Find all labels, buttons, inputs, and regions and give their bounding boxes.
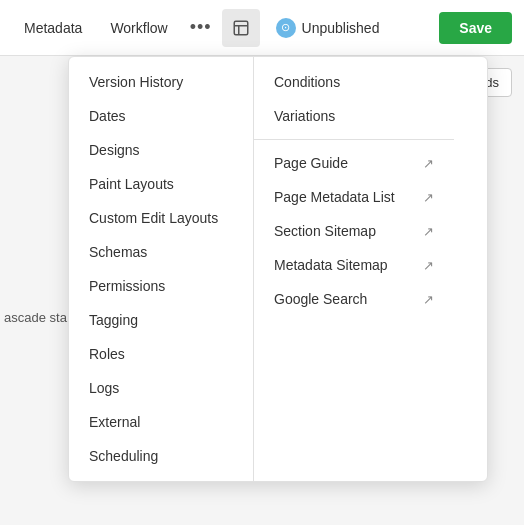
layout-icon xyxy=(232,19,250,37)
menu-item-label: Custom Edit Layouts xyxy=(89,210,218,226)
top-navigation: Metadata Workflow ••• ⊙ Unpublished Save xyxy=(0,0,524,56)
menu-item-scheduling[interactable]: Scheduling xyxy=(69,439,253,473)
menu-item-label: Tagging xyxy=(89,312,138,328)
menu-item-google-search[interactable]: Google Search↗ xyxy=(254,282,454,316)
menu-item-label: Page Guide xyxy=(274,155,348,171)
unpublished-label: Unpublished xyxy=(302,20,380,36)
dropdown-right-column: ConditionsVariationsPage Guide↗Page Meta… xyxy=(254,57,454,481)
external-link-icon: ↗ xyxy=(423,292,434,307)
nav-metadata[interactable]: Metadata xyxy=(12,12,94,44)
menu-item-roles[interactable]: Roles xyxy=(69,337,253,371)
status-icon: ⊙ xyxy=(276,18,296,38)
menu-item-label: Variations xyxy=(274,108,335,124)
external-link-icon: ↗ xyxy=(423,258,434,273)
unpublished-button[interactable]: ⊙ Unpublished xyxy=(264,12,392,44)
menu-item-logs[interactable]: Logs xyxy=(69,371,253,405)
menu-item-custom-edit-layouts[interactable]: Custom Edit Layouts xyxy=(69,201,253,235)
menu-item-label: Conditions xyxy=(274,74,340,90)
menu-item-variations[interactable]: Variations xyxy=(254,99,454,133)
external-link-icon: ↗ xyxy=(423,224,434,239)
menu-item-label: Paint Layouts xyxy=(89,176,174,192)
menu-item-label: Logs xyxy=(89,380,119,396)
menu-item-permissions[interactable]: Permissions xyxy=(69,269,253,303)
menu-item-schemas[interactable]: Schemas xyxy=(69,235,253,269)
menu-item-label: Section Sitemap xyxy=(274,223,376,239)
menu-item-metadata-sitemap[interactable]: Metadata Sitemap↗ xyxy=(254,248,454,282)
nav-workflow[interactable]: Workflow xyxy=(98,12,179,44)
menu-item-label: Schemas xyxy=(89,244,147,260)
menu-item-page-metadata-list[interactable]: Page Metadata List↗ xyxy=(254,180,454,214)
menu-item-designs[interactable]: Designs xyxy=(69,133,253,167)
menu-item-label: Version History xyxy=(89,74,183,90)
menu-item-label: External xyxy=(89,414,140,430)
menu-item-paint-layouts[interactable]: Paint Layouts xyxy=(69,167,253,201)
external-link-icon: ↗ xyxy=(423,156,434,171)
dropdown-menu: Version HistoryDatesDesignsPaint Layouts… xyxy=(68,56,488,482)
save-button[interactable]: Save xyxy=(439,12,512,44)
nav-icon-button[interactable] xyxy=(222,9,260,47)
menu-item-label: Google Search xyxy=(274,291,367,307)
dropdown-left-column: Version HistoryDatesDesignsPaint Layouts… xyxy=(69,57,254,481)
menu-item-section-sitemap[interactable]: Section Sitemap↗ xyxy=(254,214,454,248)
menu-item-external[interactable]: External xyxy=(69,405,253,439)
menu-item-label: Scheduling xyxy=(89,448,158,464)
menu-item-label: Designs xyxy=(89,142,140,158)
nav-more-button[interactable]: ••• xyxy=(184,9,218,46)
cascade-status-text: ascade sta... xyxy=(0,310,78,325)
menu-item-version-history[interactable]: Version History xyxy=(69,65,253,99)
external-link-icon: ↗ xyxy=(423,190,434,205)
menu-divider xyxy=(254,139,454,140)
menu-item-label: Roles xyxy=(89,346,125,362)
menu-item-label: Dates xyxy=(89,108,126,124)
menu-item-page-guide[interactable]: Page Guide↗ xyxy=(254,146,454,180)
menu-item-label: Metadata Sitemap xyxy=(274,257,388,273)
menu-item-tagging[interactable]: Tagging xyxy=(69,303,253,337)
menu-item-label: Permissions xyxy=(89,278,165,294)
menu-item-conditions[interactable]: Conditions xyxy=(254,65,454,99)
svg-rect-0 xyxy=(234,21,248,35)
menu-item-dates[interactable]: Dates xyxy=(69,99,253,133)
menu-item-label: Page Metadata List xyxy=(274,189,395,205)
